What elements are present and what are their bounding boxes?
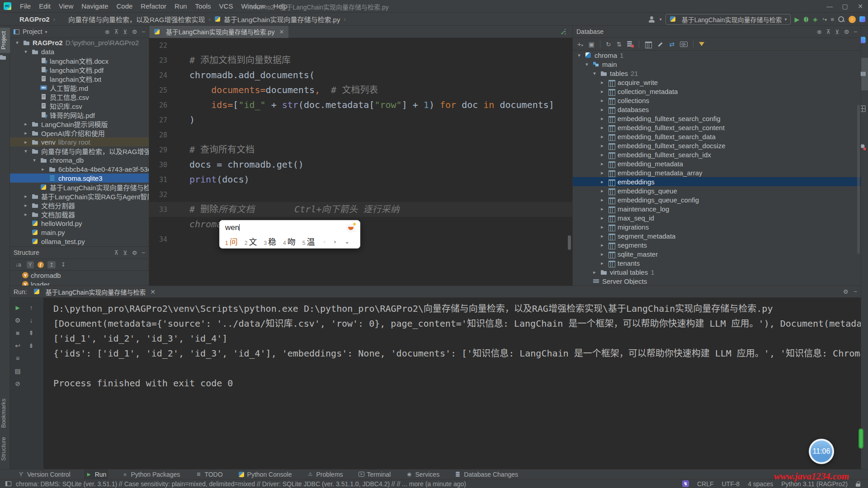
database-tree-row[interactable]: tenants (573, 258, 861, 267)
debug-button[interactable] (803, 16, 809, 23)
closed-icon[interactable] (599, 79, 606, 86)
tool-window-button[interactable]: Terminal (357, 469, 393, 479)
hide-panel-icon[interactable]: − (142, 28, 145, 35)
database-tree-row[interactable]: tables 21 (573, 69, 861, 78)
closed-icon[interactable] (599, 178, 606, 185)
run-configuration-select[interactable]: 基于LangChain实现向量存储与检索 ▾ (665, 14, 791, 25)
closed-icon[interactable] (22, 211, 29, 218)
gear-icon[interactable]: ⚙ (132, 249, 137, 256)
ime-candidate[interactable]: 5 温 (302, 235, 315, 247)
code-line[interactable]: 23 # 添加文档到向量数据库 (149, 53, 572, 68)
database-tree-row[interactable]: collection_metadata (573, 87, 861, 96)
open-icon[interactable] (591, 70, 598, 77)
lock-icon[interactable] (856, 481, 861, 487)
tool-window-button[interactable]: Database Changes (453, 469, 520, 479)
open-icon[interactable] (22, 148, 29, 155)
hide-panel-icon[interactable]: − (142, 249, 145, 256)
closed-icon[interactable] (599, 224, 606, 230)
gear-icon[interactable]: ⚙ (132, 28, 137, 35)
closed-icon[interactable] (599, 124, 606, 131)
project-tree-row[interactable]: 人工智能.md (10, 83, 149, 92)
database-tree-row[interactable]: sqlite_master (573, 249, 861, 258)
expand-all-icon[interactable]: ⊼ (826, 28, 831, 35)
database-tree-row[interactable]: migrations (573, 222, 861, 231)
closed-icon[interactable] (22, 202, 29, 209)
database-tree-row[interactable]: embedding_fulltext_search_idx (573, 150, 861, 159)
code-line[interactable]: 24 chromadb.add_documents( (149, 68, 572, 83)
chevron-down-icon[interactable]: ▾ (45, 29, 47, 34)
scroll-to-source-icon[interactable]: ↧ (59, 261, 67, 268)
project-tree-row[interactable]: data (10, 47, 149, 56)
code-line[interactable]: 33 # 删除所有文档Ctrl+向下箭头 逐行采纳 (149, 202, 572, 217)
open-icon[interactable] (583, 61, 590, 68)
project-tree-row[interactable]: 6cbbcb4a-4be0-4743-ae3f-53e62a8a8c (10, 164, 149, 174)
rerun-icon[interactable] (13, 301, 23, 314)
status-widget[interactable]: CRLF (697, 480, 714, 488)
editor-scrollbar[interactable] (568, 235, 571, 250)
ime-candidate[interactable]: 1 问 (225, 235, 238, 247)
ime-next-page-icon[interactable]: › (334, 238, 336, 245)
menu-item[interactable]: Refactor (137, 2, 170, 10)
database-scrollbar[interactable] (857, 105, 860, 254)
project-tree-row[interactable]: langchain文档.docx (10, 56, 149, 65)
run-tab[interactable]: 基于LangChain实现向量存储与检索 ✕ (33, 287, 156, 296)
sidebar-tab[interactable]: SciView (861, 95, 868, 123)
project-tree-row[interactable]: 基于LangChain实现向量存储与检索.py (10, 183, 149, 192)
database-tree-row[interactable]: embedding_fulltext_search_docsize (573, 141, 861, 150)
closed-icon[interactable] (599, 188, 606, 194)
floating-clock-widget[interactable]: 11:06 (809, 439, 834, 464)
code-line[interactable]: 22 (149, 38, 572, 53)
project-tree-row[interactable]: 文档加载器 (10, 210, 149, 219)
stop-button[interactable]: ■ (830, 16, 834, 23)
open-icon[interactable] (14, 39, 21, 46)
show-fields-icon[interactable]: f (38, 262, 44, 268)
maximize-button[interactable]: ▢ (837, 0, 853, 13)
minimize-button[interactable]: — (822, 0, 837, 13)
project-tree-row[interactable]: chroma_db (10, 155, 149, 164)
ime-candidate[interactable]: 2 文 (245, 235, 257, 247)
edit-icon[interactable] (657, 41, 664, 47)
closed-icon[interactable] (22, 130, 29, 136)
tool-window-button[interactable]: Problems (305, 469, 344, 479)
status-message[interactable]: chroma: DBMS: SQLite (ver. 3.51.1) // Ca… (16, 480, 466, 488)
database-tree-row[interactable]: embeddings_queue_config (573, 195, 861, 204)
code-line[interactable]: 34 (149, 232, 572, 247)
locate-icon[interactable]: ⊕ (105, 28, 110, 35)
closed-icon[interactable] (599, 97, 606, 104)
sort-alphabetically-icon[interactable]: ↓a (14, 261, 23, 268)
database-tree-row[interactable]: acquire_write (573, 78, 861, 87)
arrow-down-icon[interactable] (26, 314, 36, 327)
sidebar-tab-structure[interactable]: Structure (0, 433, 10, 465)
collapse-all-icon[interactable]: ⊻ (123, 28, 127, 35)
ime-candidate[interactable]: 4 吻 (283, 235, 296, 247)
close-icon[interactable]: ✕ (279, 28, 284, 35)
closed-icon[interactable] (599, 242, 606, 249)
user-icon[interactable] (648, 15, 656, 23)
closed-icon[interactable] (39, 166, 47, 173)
project-tree-row[interactable]: OpenAI库介绍和使用 (10, 128, 149, 137)
code-line[interactable]: 32 (149, 187, 572, 202)
disconnect-icon[interactable] (627, 41, 633, 47)
project-tree-row[interactable]: langchain文档.txt (10, 74, 149, 83)
project-tree-row[interactable]: 锋哥的网站.pdf (10, 110, 149, 119)
database-tree-row[interactable]: databases (573, 105, 861, 114)
duplicate-icon[interactable]: ▣ (589, 41, 594, 48)
menu-item[interactable]: View (55, 2, 77, 10)
locate-icon[interactable]: ⊕ (817, 28, 822, 35)
database-tree-row[interactable]: maintenance_log (573, 204, 861, 213)
project-tree-row[interactable]: venv library root (10, 137, 149, 146)
database-tree-row[interactable]: main (573, 60, 861, 69)
show-inherited-icon[interactable]: Y (27, 261, 34, 268)
project-tree-row[interactable]: helloWorld.py (10, 219, 149, 228)
database-tree-row[interactable]: embeddings_queue (573, 186, 861, 195)
open-icon[interactable] (576, 52, 583, 59)
database-tree-row[interactable]: embedding_fulltext_search_config (573, 114, 861, 123)
expand-all-icon[interactable]: ⊼ (114, 28, 119, 35)
scroll-icon[interactable] (13, 352, 23, 365)
closed-icon[interactable] (599, 206, 606, 212)
tool-window-button[interactable]: Python Console (236, 469, 294, 479)
menu-item[interactable]: Navigate (77, 2, 112, 10)
status-widget[interactable]: UTF-8 (722, 480, 740, 488)
database-tree-row[interactable]: collections (573, 96, 861, 105)
project-tree-row[interactable]: 文档分割器 (10, 201, 149, 210)
